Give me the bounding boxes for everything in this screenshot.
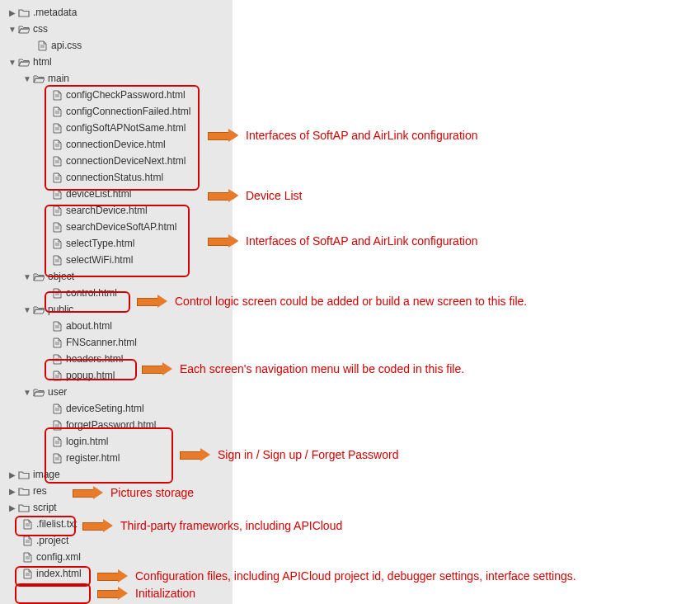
tree-label: .metadata bbox=[33, 7, 77, 18]
chevron-down-icon: ▼ bbox=[23, 305, 31, 314]
file-icon bbox=[51, 337, 63, 347]
file-icon bbox=[51, 403, 63, 413]
file-icon bbox=[21, 519, 33, 529]
folder-open-icon bbox=[33, 73, 45, 83]
annotation-text: Sign in / Sign up / Forget Password bbox=[218, 448, 398, 461]
tree-label: res bbox=[33, 485, 47, 497]
tree-label: register.html bbox=[66, 452, 120, 464]
annotation: Initialization bbox=[97, 587, 195, 600]
tree-label: connectionDevice.html bbox=[66, 139, 166, 150]
tree-label: selectWiFi.html bbox=[66, 254, 133, 266]
file-icon bbox=[21, 569, 33, 578]
annotation-text: Configuration files, including APICloud … bbox=[135, 569, 576, 583]
chevron-down-icon: ▼ bbox=[23, 272, 31, 281]
tree-item-metadata[interactable]: ▶ .metadata bbox=[0, 4, 233, 21]
tree-item-file[interactable]: selectType.html bbox=[0, 235, 233, 252]
tree-label: about.html bbox=[66, 320, 112, 332]
annotation-text: Each screen's navigation menu will be co… bbox=[180, 362, 464, 375]
folder-open-icon bbox=[18, 24, 30, 34]
annotation: Interfaces of SoftAP and AirLink configu… bbox=[208, 129, 477, 142]
folder-closed-icon bbox=[18, 7, 30, 17]
file-icon bbox=[51, 354, 63, 364]
tree-item-image[interactable]: ▶ image bbox=[0, 466, 233, 483]
annotation-text: Device List bbox=[246, 189, 302, 202]
tree-label: connectionStatus.html bbox=[66, 172, 163, 183]
annotation-text: Interfaces of SoftAP and AirLink configu… bbox=[246, 234, 477, 248]
chevron-right-icon: ▶ bbox=[8, 487, 16, 496]
tree-label: control.html bbox=[66, 287, 117, 299]
chevron-down-icon: ▼ bbox=[8, 58, 16, 67]
tree-label: deviceSeting.html bbox=[66, 403, 144, 414]
tree-item-file[interactable]: connectionStatus.html bbox=[0, 169, 233, 186]
folder-open-icon bbox=[33, 387, 45, 397]
annotation-text: Third-party frameworks, including APIClo… bbox=[120, 519, 342, 532]
tree-item-file[interactable]: connectionDeviceNext.html bbox=[0, 153, 233, 169]
tree-label: popup.html bbox=[66, 370, 115, 381]
arrow-icon bbox=[208, 190, 237, 201]
tree-item-html[interactable]: ▼ html bbox=[0, 54, 233, 70]
file-icon bbox=[51, 172, 63, 182]
tree-item-script[interactable]: ▶ script bbox=[0, 499, 233, 516]
tree-item-file[interactable]: api.css bbox=[0, 37, 233, 54]
arrow-icon bbox=[97, 587, 127, 599]
tree-item-user[interactable]: ▼ user bbox=[0, 384, 233, 400]
tree-item-object[interactable]: ▼ object bbox=[0, 268, 233, 285]
tree-item-file[interactable]: connectionDevice.html bbox=[0, 136, 233, 153]
annotation: Interfaces of SoftAP and AirLink configu… bbox=[208, 234, 477, 248]
chevron-right-icon: ▶ bbox=[8, 470, 16, 479]
arrow-icon bbox=[142, 363, 171, 375]
annotation-text: Initialization bbox=[135, 587, 195, 600]
folder-open-icon bbox=[33, 271, 45, 281]
tree-item-file[interactable]: login.html bbox=[0, 433, 233, 450]
file-icon bbox=[21, 536, 33, 545]
tree-label: user bbox=[48, 386, 67, 398]
annotation: Configuration files, including APICloud … bbox=[97, 569, 576, 583]
folder-closed-icon bbox=[18, 503, 30, 512]
chevron-right-icon: ▶ bbox=[8, 503, 16, 512]
tree-item-css[interactable]: ▼ css bbox=[0, 21, 233, 37]
tree-item-file[interactable]: FNScanner.html bbox=[0, 334, 233, 351]
tree-label: public bbox=[48, 304, 73, 315]
tree-label: main bbox=[48, 73, 69, 84]
file-icon bbox=[51, 139, 63, 149]
arrow-icon bbox=[73, 487, 102, 498]
tree-label: config.xml bbox=[36, 551, 81, 563]
tree-item-file[interactable]: config.xml bbox=[0, 549, 233, 565]
folder-open-icon bbox=[33, 304, 45, 314]
tree-item-file[interactable]: deviceSeting.html bbox=[0, 400, 233, 417]
tree-label: configCheckPassword.html bbox=[66, 89, 186, 101]
tree-label: searchDevice.html bbox=[66, 205, 148, 216]
file-icon bbox=[51, 156, 63, 166]
file-icon bbox=[51, 205, 63, 215]
chevron-down-icon: ▼ bbox=[8, 25, 16, 34]
tree-item-file[interactable]: configSoftAPNotSame.html bbox=[0, 120, 233, 136]
tree-label: image bbox=[33, 469, 60, 480]
tree-item-file[interactable]: forgetPassword.html bbox=[0, 417, 233, 433]
tree-item-file[interactable]: configCheckPassword.html bbox=[0, 87, 233, 103]
tree-item-file[interactable]: selectWiFi.html bbox=[0, 252, 233, 268]
folder-open-icon bbox=[18, 57, 30, 67]
chevron-down-icon: ▼ bbox=[23, 388, 31, 397]
annotation-text: Pictures storage bbox=[110, 486, 194, 499]
tree-item-file[interactable]: searchDevice.html bbox=[0, 202, 233, 219]
tree-label: selectType.html bbox=[66, 238, 134, 249]
tree-item-file[interactable]: searchDeviceSoftAP.html bbox=[0, 219, 233, 235]
tree-label: script bbox=[33, 502, 57, 513]
arrow-icon bbox=[208, 130, 237, 141]
annotation: Each screen's navigation menu will be co… bbox=[142, 362, 464, 375]
file-icon bbox=[51, 238, 63, 248]
annotation: Device List bbox=[208, 189, 302, 202]
tree-label: configConnectionFailed.html bbox=[66, 106, 190, 117]
annotation: Control logic screen could be added or b… bbox=[137, 295, 527, 308]
file-icon bbox=[51, 90, 63, 100]
tree-item-file[interactable]: .project bbox=[0, 532, 233, 549]
file-icon bbox=[51, 370, 63, 380]
annotation-text: Control logic screen could be added or b… bbox=[175, 295, 527, 308]
file-icon bbox=[51, 106, 63, 116]
arrow-icon bbox=[137, 295, 167, 307]
tree-item-main[interactable]: ▼ main bbox=[0, 70, 233, 87]
tree-item-file[interactable]: about.html bbox=[0, 318, 233, 334]
tree-item-file[interactable]: deviceList.html bbox=[0, 186, 233, 202]
tree-item-file[interactable]: configConnectionFailed.html bbox=[0, 103, 233, 120]
tree-label: FNScanner.html bbox=[66, 337, 137, 348]
